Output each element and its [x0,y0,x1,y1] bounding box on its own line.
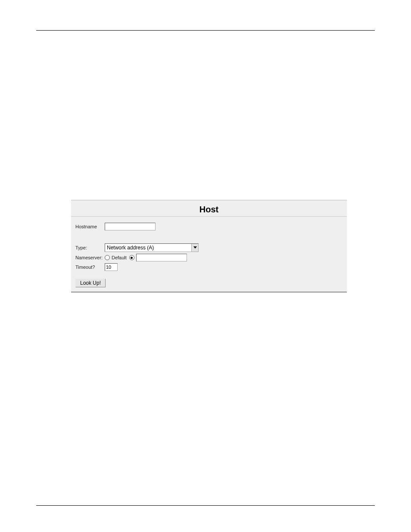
nameserver-label: Nameserver: [75,255,105,260]
timeout-row: Timeout? [75,263,342,271]
timeout-label: Timeout? [75,264,105,270]
svg-marker-0 [193,246,197,249]
hostname-label: Hostname [75,224,105,229]
nameserver-custom-input[interactable] [136,254,187,261]
type-row: Type: Network address (A) [75,243,342,252]
hostname-row: Hostname [75,223,342,230]
nameserver-default-label: Default [112,255,127,260]
timeout-input[interactable] [105,263,118,271]
host-lookup-panel: Host Hostname Type: Network address (A) … [71,200,347,292]
nameserver-row: Nameserver: Default [75,254,342,261]
nameserver-custom-radio[interactable] [129,255,134,260]
nameserver-default-radio[interactable] [105,255,110,260]
chevron-down-icon [191,244,198,252]
type-select[interactable]: Network address (A) [105,243,199,252]
header-rule [36,30,375,31]
panel-title: Host [71,200,347,216]
hostname-input[interactable] [105,223,156,230]
footer-rule [36,505,375,506]
type-label: Type: [75,245,105,250]
panel-separator [71,216,347,217]
form-area: Hostname Type: Network address (A) Names… [71,223,347,292]
lookup-button[interactable]: Look Up! [75,279,106,287]
type-select-value: Network address (A) [105,243,199,252]
